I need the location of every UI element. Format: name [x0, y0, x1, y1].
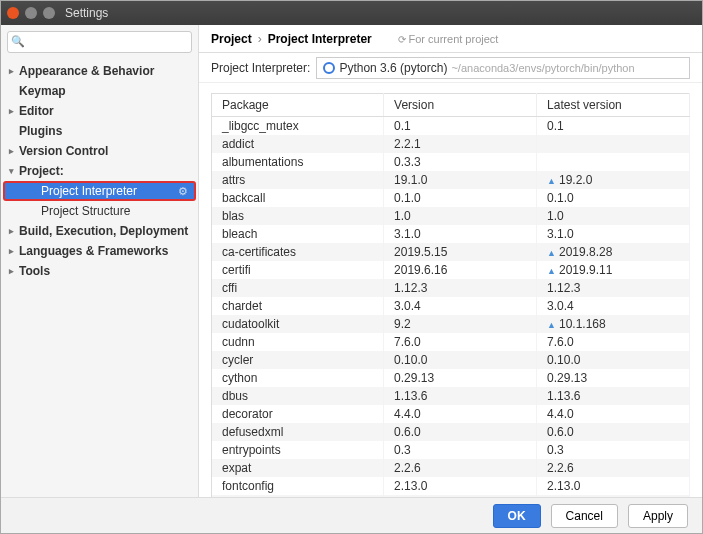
column-header[interactable]: Version: [384, 94, 537, 117]
expand-arrow-icon: ▸: [9, 106, 19, 116]
latest-version-cell: 0.10.0: [537, 351, 690, 369]
main-panel: Project › Project Interpreter For curren…: [199, 25, 702, 497]
interpreter-path: ~/anaconda3/envs/pytorch/bin/python: [451, 62, 634, 74]
interpreter-row: Project Interpreter: Python 3.6 (pytorch…: [199, 53, 702, 83]
expand-arrow-icon: ▸: [9, 266, 19, 276]
sidebar-item-version-control[interactable]: ▸Version Control: [1, 141, 198, 161]
table-row[interactable]: cycler0.10.00.10.0: [212, 351, 690, 369]
sidebar-item-tools[interactable]: ▸Tools: [1, 261, 198, 281]
column-header[interactable]: Package: [212, 94, 384, 117]
version-cell: 0.3: [384, 441, 537, 459]
latest-version-cell: 0.1.0: [537, 189, 690, 207]
table-row[interactable]: expat2.2.62.2.6: [212, 459, 690, 477]
package-name-cell: fontconfig: [212, 477, 384, 495]
window-maximize-button[interactable]: [43, 7, 55, 19]
sidebar-item-plugins[interactable]: Plugins: [1, 121, 198, 141]
table-row[interactable]: chardet3.0.43.0.4: [212, 297, 690, 315]
version-cell: 2.2.1: [384, 135, 537, 153]
package-name-cell: attrs: [212, 171, 384, 189]
table-row[interactable]: addict2.2.1: [212, 135, 690, 153]
latest-version-cell: ▲2019.9.11: [537, 261, 690, 279]
version-cell: 3.1.0: [384, 225, 537, 243]
sidebar-item-label: Version Control: [19, 144, 108, 158]
table-row[interactable]: cudnn7.6.07.6.0: [212, 333, 690, 351]
package-name-cell: cycler: [212, 351, 384, 369]
version-cell: 2.2.6: [384, 459, 537, 477]
version-cell: 4.4.0: [384, 405, 537, 423]
sidebar: 🔍 ▸Appearance & BehaviorKeymap▸EditorPlu…: [1, 25, 199, 497]
package-name-cell: certifi: [212, 261, 384, 279]
latest-version-cell: [537, 153, 690, 171]
sidebar-item-project-interpreter[interactable]: Project Interpreter: [3, 181, 196, 201]
sidebar-item-languages-frameworks[interactable]: ▸Languages & Frameworks: [1, 241, 198, 261]
latest-version-cell: [537, 135, 690, 153]
breadcrumb-page: Project Interpreter: [268, 32, 372, 46]
table-row[interactable]: cudatoolkit9.2▲10.1.168: [212, 315, 690, 333]
breadcrumb-hint: For current project: [398, 33, 499, 45]
window-close-button[interactable]: [7, 7, 19, 19]
package-name-cell: expat: [212, 459, 384, 477]
latest-version-cell: 0.6.0: [537, 423, 690, 441]
version-cell: 0.29.13: [384, 369, 537, 387]
table-row[interactable]: cffi1.12.31.12.3: [212, 279, 690, 297]
latest-version-cell: 0.3: [537, 441, 690, 459]
table-row[interactable]: ca-certificates2019.5.15▲2019.8.28: [212, 243, 690, 261]
table-row[interactable]: entrypoints0.30.3: [212, 441, 690, 459]
table-row[interactable]: fontconfig2.13.02.13.0: [212, 477, 690, 495]
sidebar-item-project[interactable]: ▾Project:: [1, 161, 198, 181]
table-row[interactable]: albumentations0.3.3: [212, 153, 690, 171]
table-row[interactable]: blas1.01.0: [212, 207, 690, 225]
search-box: 🔍: [7, 31, 192, 53]
version-cell: 0.1: [384, 117, 537, 136]
latest-version-cell: 1.12.3: [537, 279, 690, 297]
table-row[interactable]: bleach3.1.03.1.0: [212, 225, 690, 243]
table-row[interactable]: decorator4.4.04.4.0: [212, 405, 690, 423]
sidebar-item-label: Project Interpreter: [41, 184, 137, 198]
sidebar-item-label: Languages & Frameworks: [19, 244, 168, 258]
package-table-wrap[interactable]: PackageVersionLatest version _libgcc_mut…: [199, 83, 702, 497]
version-cell: 2019.5.15: [384, 243, 537, 261]
search-input[interactable]: [7, 31, 192, 53]
titlebar: Settings: [1, 1, 702, 25]
package-name-cell: dbus: [212, 387, 384, 405]
table-row[interactable]: defusedxml0.6.00.6.0: [212, 423, 690, 441]
table-row[interactable]: attrs19.1.0▲19.2.0: [212, 171, 690, 189]
package-name-cell: cudnn: [212, 333, 384, 351]
apply-button[interactable]: Apply: [628, 504, 688, 528]
version-cell: 0.6.0: [384, 423, 537, 441]
ok-button[interactable]: OK: [493, 504, 541, 528]
latest-version-cell: 0.29.13: [537, 369, 690, 387]
version-cell: 1.13.6: [384, 387, 537, 405]
table-row[interactable]: certifi2019.6.16▲2019.9.11: [212, 261, 690, 279]
python-icon: [323, 62, 335, 74]
column-header[interactable]: Latest version: [537, 94, 690, 117]
version-cell: 0.10.0: [384, 351, 537, 369]
package-name-cell: decorator: [212, 405, 384, 423]
expand-arrow-icon: ▸: [9, 146, 19, 156]
sidebar-item-build-execution-deployment[interactable]: ▸Build, Execution, Deployment: [1, 221, 198, 241]
latest-version-cell: 1.0: [537, 207, 690, 225]
expand-arrow-icon: ▸: [9, 246, 19, 256]
sidebar-item-keymap[interactable]: Keymap: [1, 81, 198, 101]
package-name-cell: bleach: [212, 225, 384, 243]
breadcrumb-separator: ›: [258, 32, 262, 46]
interpreter-dropdown[interactable]: Python 3.6 (pytorch) ~/anaconda3/envs/py…: [316, 57, 690, 79]
package-name-cell: _libgcc_mutex: [212, 117, 384, 136]
upgrade-available-icon: ▲: [547, 266, 556, 276]
table-row[interactable]: _libgcc_mutex0.10.1: [212, 117, 690, 136]
cancel-button[interactable]: Cancel: [551, 504, 618, 528]
breadcrumb-project: Project: [211, 32, 252, 46]
package-name-cell: cython: [212, 369, 384, 387]
package-name-cell: albumentations: [212, 153, 384, 171]
table-row[interactable]: cython0.29.130.29.13: [212, 369, 690, 387]
sidebar-item-label: Project Structure: [41, 204, 130, 218]
window-minimize-button[interactable]: [25, 7, 37, 19]
table-row[interactable]: backcall0.1.00.1.0: [212, 189, 690, 207]
package-name-cell: cudatoolkit: [212, 315, 384, 333]
sidebar-item-project-structure[interactable]: Project Structure: [1, 201, 198, 221]
sidebar-item-appearance-behavior[interactable]: ▸Appearance & Behavior: [1, 61, 198, 81]
breadcrumb: Project › Project Interpreter For curren…: [199, 25, 702, 53]
sidebar-item-editor[interactable]: ▸Editor: [1, 101, 198, 121]
table-row[interactable]: dbus1.13.61.13.6: [212, 387, 690, 405]
sidebar-item-label: Editor: [19, 104, 54, 118]
